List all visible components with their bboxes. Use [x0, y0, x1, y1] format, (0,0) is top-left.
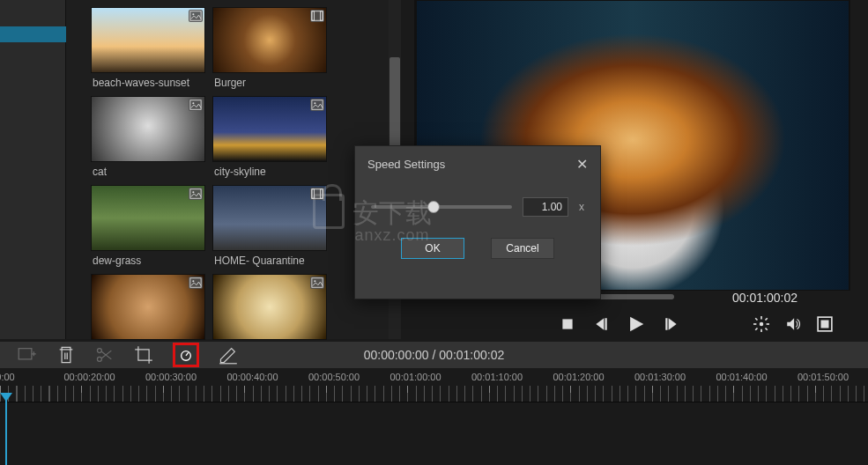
svg-rect-3: [312, 11, 315, 21]
ruler-label: 00:01:20:00: [553, 372, 605, 382]
timeline-current-time: 00:00:00:00: [364, 348, 429, 362]
media-thumb[interactable]: city-skyline: [212, 96, 327, 180]
svg-line-26: [755, 318, 757, 320]
media-thumb[interactable]: dew-grass: [91, 185, 205, 269]
crop-icon[interactable]: [134, 345, 153, 365]
split-icon[interactable]: [95, 345, 115, 365]
svg-rect-11: [312, 189, 323, 199]
speed-settings-dialog: Speed Settings ✕ x OK Cancel: [354, 145, 601, 299]
video-icon: [310, 10, 324, 22]
speed-slider[interactable]: [371, 205, 512, 209]
image-icon: [189, 188, 203, 200]
ruler-label: 00:01:30:00: [634, 372, 686, 382]
ruler-label: 00:01:10:00: [471, 372, 523, 382]
svg-point-1: [192, 13, 194, 15]
image-icon: [310, 99, 324, 111]
media-thumb[interactable]: cat: [91, 96, 205, 180]
timeline-toolbar: 00:00:00:00 / 00:01:00:02: [0, 342, 868, 368]
stop-button[interactable]: [560, 316, 575, 332]
play-button[interactable]: [627, 314, 646, 334]
svg-line-28: [755, 328, 757, 330]
preview-controls: [414, 310, 850, 338]
image-icon: [310, 277, 324, 289]
svg-rect-13: [321, 189, 323, 199]
image-icon: [189, 99, 203, 111]
svg-rect-31: [821, 321, 829, 328]
media-thumb-label: Burger: [212, 73, 327, 91]
preview-total-time: 00:01:00:02: [732, 291, 798, 305]
speed-icon[interactable]: [173, 343, 199, 367]
svg-point-10: [192, 191, 194, 193]
volume-icon[interactable]: [785, 316, 801, 332]
svg-rect-2: [312, 11, 323, 21]
ruler-label: 00:01:50:00: [798, 372, 849, 382]
timeline-tracks[interactable]: [0, 402, 868, 465]
svg-point-17: [314, 280, 315, 282]
media-thumb[interactable]: HOME- Quarantine: [212, 185, 327, 269]
svg-rect-18: [562, 319, 572, 328]
media-panel: beach-waves-sunset Burger cat city-skyli…: [66, 0, 401, 339]
svg-line-29: [766, 318, 768, 320]
edit-icon[interactable]: [219, 345, 238, 365]
ok-button[interactable]: OK: [401, 238, 464, 259]
speed-unit: x: [579, 201, 584, 213]
svg-point-6: [192, 102, 194, 104]
svg-rect-19: [605, 318, 607, 330]
playhead[interactable]: [0, 368, 12, 465]
svg-point-8: [314, 102, 315, 104]
dialog-title: Speed Settings: [367, 158, 445, 171]
trash-icon[interactable]: [56, 345, 76, 365]
ruler-label: 00:01:40:00: [716, 372, 768, 382]
svg-rect-32: [19, 349, 32, 359]
media-thumb[interactable]: Burger: [212, 7, 327, 91]
close-icon[interactable]: ✕: [576, 156, 588, 173]
fullscreen-icon[interactable]: [817, 316, 833, 332]
ruler-label: 00:00:20:00: [64, 372, 115, 382]
add-to-timeline-button[interactable]: [18, 345, 37, 365]
svg-rect-12: [312, 189, 315, 199]
svg-rect-20: [665, 318, 667, 330]
media-thumb-label: beach-waves-sunset: [91, 73, 205, 91]
image-icon: [189, 10, 203, 22]
media-thumb-label: HOME- Quarantine: [212, 251, 327, 269]
prev-frame-button[interactable]: [593, 316, 609, 332]
settings-icon[interactable]: [753, 316, 769, 332]
media-thumb[interactable]: [91, 274, 205, 345]
media-thumb-label: cat: [91, 162, 205, 180]
media-thumb-label: dew-grass: [91, 251, 205, 269]
speed-input[interactable]: [523, 197, 568, 217]
left-tab-rail: [0, 0, 66, 339]
svg-point-21: [760, 322, 764, 327]
ruler-label: 00:00:50:00: [308, 372, 360, 382]
timeline-ruler[interactable]: 0:10:0000:00:20:0000:00:30:0000:00:40:00…: [0, 368, 868, 402]
media-thumb-label: city-skyline: [212, 162, 327, 180]
image-icon: [189, 277, 203, 289]
ruler-label: 00:01:00:00: [390, 372, 441, 382]
svg-line-27: [766, 328, 768, 330]
timeline-total-time: 00:01:00:02: [439, 348, 504, 362]
ruler-label: 00:00:30:00: [145, 372, 197, 382]
svg-point-15: [192, 280, 194, 282]
svg-rect-4: [321, 11, 323, 21]
svg-point-33: [97, 349, 101, 353]
ruler-label: 00:00:40:00: [227, 372, 278, 382]
next-frame-button[interactable]: [664, 316, 679, 332]
speed-slider-knob[interactable]: [427, 201, 440, 213]
video-icon: [310, 188, 324, 200]
left-tab-active[interactable]: [0, 26, 66, 42]
media-thumb[interactable]: beach-waves-sunset: [91, 7, 205, 91]
timeline-status: 00:00:00:00 / 00:01:00:02: [364, 348, 505, 362]
cancel-button[interactable]: Cancel: [491, 238, 554, 259]
svg-point-34: [97, 357, 101, 361]
media-thumb[interactable]: [212, 274, 327, 345]
